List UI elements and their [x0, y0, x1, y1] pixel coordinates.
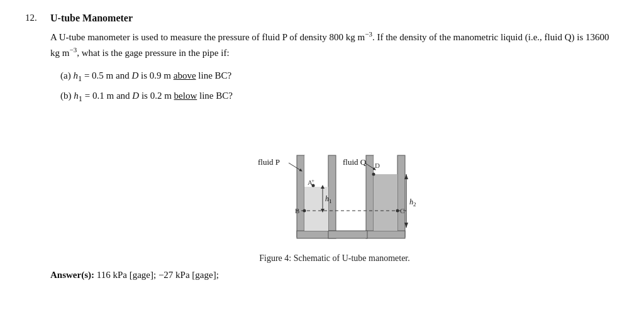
problem-content: U-tube Manometer A U-tube manometer is u…	[50, 13, 619, 280]
svg-rect-11	[374, 174, 397, 231]
svg-rect-10	[304, 187, 328, 231]
part-b: (b) h1 = 0.1 m and D is 0.2 m below line…	[60, 88, 619, 106]
answer-line: Answer(s): 116 kPa [gage]; −27 kPa [gage…	[50, 270, 619, 280]
sub-1a: 1	[78, 74, 82, 83]
svg-rect-7	[397, 155, 405, 237]
svg-text:2: 2	[413, 201, 416, 208]
svg-point-30	[396, 209, 399, 212]
D-label-a: D	[131, 70, 138, 80]
u-tube-diagram: h 1 h 2 fluid P fluid Q	[228, 118, 441, 250]
figure-area: h 1 h 2 fluid P fluid Q	[50, 118, 619, 264]
problem-container: 12. U-tube Manometer A U-tube manometer …	[25, 13, 619, 280]
problem-number: 12.	[25, 13, 43, 280]
sup1: −3	[365, 30, 372, 38]
svg-text:C: C	[400, 207, 404, 214]
svg-text:fluid Q: fluid Q	[343, 157, 367, 167]
D-label-b: D	[132, 91, 139, 101]
svg-rect-3	[328, 155, 336, 237]
diagram-container: h 1 h 2 fluid P fluid Q	[228, 118, 441, 250]
svg-text:+: +	[311, 177, 314, 184]
figure-caption: Figure 4: Schematic of U-tube manometer.	[259, 253, 410, 264]
problem-title: U-tube Manometer	[50, 13, 619, 24]
svg-point-32	[372, 172, 375, 175]
svg-text:B: B	[295, 207, 299, 214]
svg-text:fluid P: fluid P	[258, 157, 280, 167]
svg-rect-0	[297, 155, 304, 237]
svg-text:D: D	[375, 162, 380, 169]
svg-rect-9	[328, 231, 367, 238]
h1-label-b: h	[74, 91, 79, 101]
svg-rect-8	[366, 231, 405, 238]
answer-text: 116 kPa [gage]; −27 kPa [gage];	[94, 270, 219, 280]
answer-label: Answer(s):	[50, 270, 94, 280]
above-text: above	[174, 70, 196, 80]
sup2: −3	[69, 46, 77, 53]
part-a: (a) h1 = 0.5 m and D is 0.9 m above line…	[60, 68, 619, 86]
svg-point-28	[303, 209, 306, 212]
problem-paragraph: A U-tube manometer is used to measure th…	[50, 29, 619, 60]
below-text: below	[174, 91, 197, 101]
sub-1b: 1	[79, 94, 82, 103]
h1-label-a: h	[73, 70, 78, 80]
svg-text:1: 1	[329, 198, 332, 204]
